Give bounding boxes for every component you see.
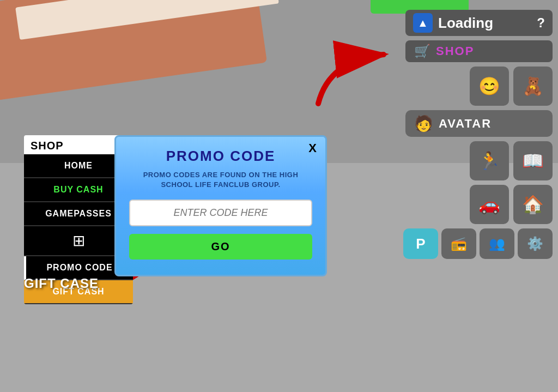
shop-top-button[interactable]: 🛒 SHOP	[405, 40, 553, 62]
gear-button[interactable]: ⚙️	[518, 228, 553, 259]
promo-go-button[interactable]: GO	[129, 234, 312, 260]
smiley-button[interactable]: 😊	[470, 67, 509, 106]
avatar-label: AVATAR	[439, 117, 492, 131]
book-button[interactable]: 📖	[513, 141, 553, 180]
radio-button[interactable]: 📻	[441, 228, 476, 259]
runner-button[interactable]: 🏃	[470, 141, 509, 180]
shop-top-label: SHOP	[436, 44, 474, 58]
loading-text: Loading	[438, 15, 531, 32]
loading-icon: ▲	[413, 13, 433, 33]
promo-dialog: X PROMO CODE PROMO CODES ARE FOUND ON TH…	[114, 135, 327, 276]
house-button[interactable]: 🏠	[513, 185, 553, 224]
icon-row-2: 🏃 📖	[470, 141, 553, 180]
bear-button[interactable]: 🧸	[513, 67, 553, 106]
promo-dialog-description: PROMO CODES ARE FOUND ON THE HIGH SCHOOL…	[129, 170, 312, 190]
promo-dialog-title: PROMO CODE	[129, 148, 312, 165]
loading-question[interactable]: ?	[537, 15, 545, 31]
top-right-ui: ▲ Loading ? 🛒 SHOP 😊 🧸 🧑 AVATAR 🏃 📖 🚗 🏠 …	[403, 10, 553, 259]
avatar-icon: 🧑	[414, 114, 433, 132]
loading-bar: ▲ Loading ?	[405, 10, 553, 36]
gift-case-label: GIFT CASE	[24, 276, 99, 291]
cart-icon: 🛒	[414, 44, 430, 59]
promo-code-input[interactable]	[129, 200, 312, 226]
parking-icon: P	[416, 236, 425, 252]
people-button[interactable]: 👥	[480, 228, 514, 259]
car-button[interactable]: 🚗	[470, 185, 509, 224]
promo-close-button[interactable]: X	[308, 141, 317, 155]
icon-row-3: 🚗 🏠	[470, 185, 553, 224]
avatar-button[interactable]: 🧑 AVATAR	[405, 110, 553, 137]
icon-row-1: 😊 🧸	[470, 67, 553, 106]
gamepad-icon: ⊞	[72, 232, 85, 250]
parking-button[interactable]: P	[403, 228, 438, 259]
bottom-icon-row: P 📻 👥 ⚙️	[403, 228, 553, 259]
